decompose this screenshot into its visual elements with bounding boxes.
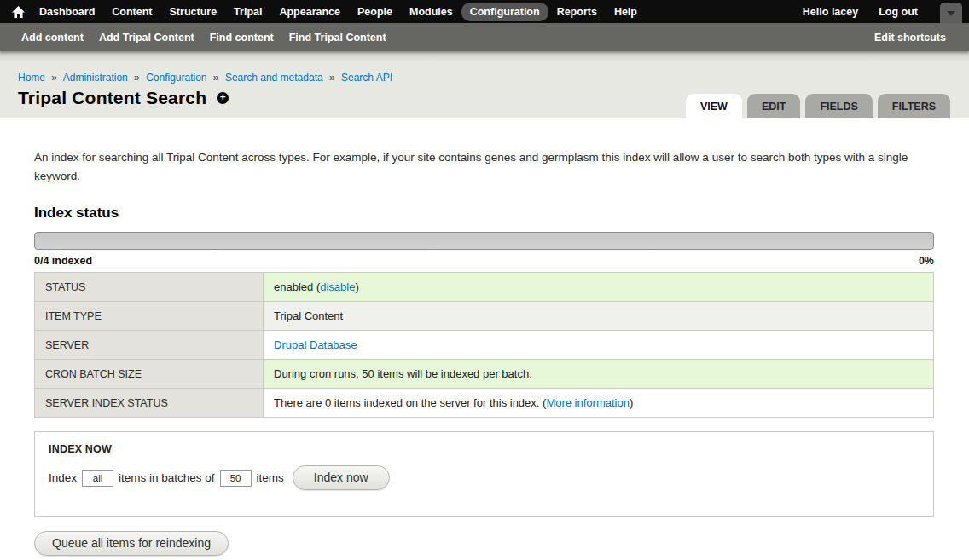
index-now-legend: INDEX NOW <box>49 443 920 455</box>
breadcrumb-home[interactable]: Home <box>18 72 45 84</box>
menu-item-structure[interactable]: Structure <box>161 3 226 21</box>
tab-fields[interactable]: FIELDS <box>805 94 872 118</box>
menu-item-appearance[interactable]: Appearance <box>270 3 349 21</box>
home-icon[interactable] <box>5 0 31 23</box>
table-row-server-index-status: SERVER INDEX STATUS There are 0 items in… <box>35 389 934 418</box>
disable-link[interactable]: disable <box>320 280 355 293</box>
row-value: Tripal Content <box>264 302 934 331</box>
primary-tabs: VIEW EDIT FIELDS FILTERS <box>686 94 950 118</box>
menu-item-dashboard[interactable]: Dashboard <box>31 3 103 21</box>
row-value: During cron runs, 50 items will be index… <box>264 360 934 389</box>
page-header: Home » Administration » Configuration » … <box>0 51 969 118</box>
row-value: There are 0 items indexed on the server … <box>264 389 934 418</box>
index-description: An index for searching all Tripal Conten… <box>34 148 934 185</box>
menu-item-modules[interactable]: Modules <box>401 3 461 21</box>
index-status-table: STATUS enabled (disable) ITEM TYPE Tripa… <box>34 272 934 418</box>
index-actions: Queue all items for reindexing Clear all… <box>34 517 934 560</box>
batch-size-input[interactable] <box>220 470 252 487</box>
shortcut-bar: Add content Add Tripal Content Find cont… <box>0 23 969 51</box>
breadcrumb-search-api[interactable]: Search API <box>341 72 392 84</box>
row-value: enabled (disable) <box>264 273 934 302</box>
tab-edit[interactable]: EDIT <box>747 94 800 118</box>
index-now-fieldset: INDEX NOW Index items in batches of item… <box>34 431 934 517</box>
menu-item-content[interactable]: Content <box>103 3 160 21</box>
breadcrumb-administration[interactable]: Administration <box>63 72 128 84</box>
breadcrumb-configuration[interactable]: Configuration <box>146 72 206 84</box>
logout-link[interactable]: Log out <box>868 3 928 21</box>
indexed-count-label: 0/4 indexed <box>34 255 92 267</box>
table-row-server: SERVER Drupal Database <box>35 331 934 360</box>
breadcrumb: Home » Administration » Configuration » … <box>18 72 969 84</box>
menu-item-reports[interactable]: Reports <box>548 3 606 21</box>
row-label: CRON BATCH SIZE <box>35 360 264 389</box>
row-label: SERVER INDEX STATUS <box>35 389 264 418</box>
shortcut-add-tripal-content[interactable]: Add Tripal Content <box>91 32 202 43</box>
table-row-cron-batch-size: CRON BATCH SIZE During cron runs, 50 ite… <box>35 360 934 389</box>
table-row-status: STATUS enabled (disable) <box>35 273 934 302</box>
shortcut-find-content[interactable]: Find content <box>202 32 281 43</box>
row-value: Drupal Database <box>264 331 934 360</box>
indexed-percent-label: 0% <box>919 255 934 267</box>
index-status-heading: Index status <box>34 205 934 222</box>
page-title: Tripal Content Search <box>18 88 206 108</box>
menu-item-people[interactable]: People <box>349 3 401 21</box>
chevron-down-icon <box>947 11 955 16</box>
index-now-button[interactable]: Index now <box>293 465 390 490</box>
main-content: An index for searching all Tripal Conten… <box>0 118 969 560</box>
menu-item-tripal[interactable]: Tripal <box>225 3 270 21</box>
user-greeting[interactable]: Hello lacey <box>792 3 868 21</box>
row-label: STATUS <box>35 273 264 302</box>
queue-reindex-button[interactable]: Queue all items for reindexing <box>34 531 229 556</box>
row-label: ITEM TYPE <box>35 302 264 331</box>
add-shortcut-icon[interactable]: + <box>217 92 229 104</box>
index-now-text-middle: items in batches of <box>119 471 215 484</box>
menu-item-help[interactable]: Help <box>606 3 646 21</box>
index-progress-bar <box>34 232 934 250</box>
shortcut-add-content[interactable]: Add content <box>14 32 91 43</box>
table-row-item-type: ITEM TYPE Tripal Content <box>35 302 934 331</box>
batch-count-input[interactable] <box>82 470 113 487</box>
index-now-text-after: items <box>257 471 284 484</box>
index-now-text-before: Index <box>49 471 77 484</box>
breadcrumb-search-and-metadata[interactable]: Search and metadata <box>225 72 323 84</box>
menu-item-configuration[interactable]: Configuration <box>461 3 548 21</box>
edit-shortcuts-link[interactable]: Edit shortcuts <box>867 32 954 43</box>
row-label: SERVER <box>35 331 264 360</box>
admin-menubar: Dashboard Content Structure Tripal Appea… <box>0 0 969 23</box>
more-information-link[interactable]: More information <box>546 396 630 409</box>
tab-view[interactable]: VIEW <box>686 94 742 118</box>
server-link[interactable]: Drupal Database <box>274 338 357 351</box>
tab-filters[interactable]: FILTERS <box>878 94 950 118</box>
toolbar-toggle-button[interactable] <box>940 3 962 23</box>
shortcut-find-tripal-content[interactable]: Find Tripal Content <box>281 32 394 43</box>
